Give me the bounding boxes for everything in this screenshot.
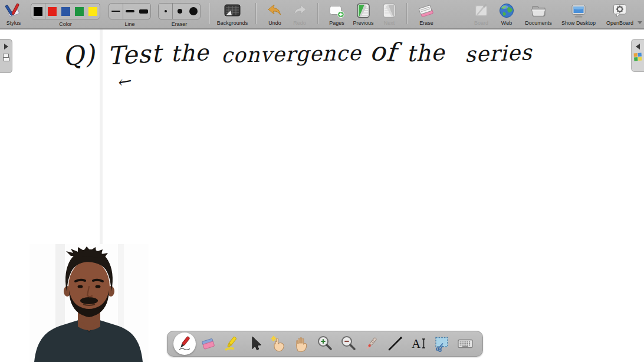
eraser-small-icon (165, 10, 167, 12)
openboard-settings-button[interactable]: OpenBoard (602, 0, 638, 28)
documents-folder-icon (530, 2, 547, 19)
eraser-small-option[interactable] (159, 4, 173, 19)
previous-label: Previous (353, 20, 373, 26)
swatch-yellow (88, 7, 97, 16)
pen-icon (176, 335, 193, 353)
swatch-blue (61, 7, 70, 16)
color-options (31, 3, 100, 19)
backgrounds-button[interactable]: Backgrounds (214, 0, 251, 28)
handwriting-word: Q) (61, 38, 96, 71)
text-tool-button[interactable]: A (408, 333, 430, 355)
handwriting-word: convergence (221, 41, 362, 67)
handwriting-arrow: ← (115, 71, 133, 93)
eraser-large-option[interactable] (186, 4, 200, 19)
virtual-keyboard-tool-button[interactable] (454, 333, 477, 355)
color-group: Color (31, 0, 100, 28)
next-page-icon (381, 2, 397, 19)
highlighter-tool-button[interactable] (220, 333, 242, 355)
stylus-pens-icon (5, 2, 22, 19)
toolbar-separator (209, 3, 209, 24)
redo-icon (291, 2, 308, 19)
toolbar-separator (255, 3, 256, 24)
web-button[interactable]: Web (495, 0, 518, 28)
svg-text:A: A (412, 337, 421, 351)
toolbar-separator (406, 3, 407, 24)
color-swatch-blue[interactable] (59, 4, 73, 19)
line-thick-option[interactable] (137, 4, 150, 19)
toolbar-separator (317, 3, 318, 24)
swatch-red (48, 7, 57, 16)
swatch-green (75, 7, 84, 16)
eraser-group: Eraser (158, 0, 201, 28)
erase-button[interactable]: Erase (414, 0, 439, 28)
toolbar-collapse-icon[interactable] (638, 21, 642, 24)
eraser-tool-button[interactable] (197, 333, 219, 355)
eraser-options (158, 3, 201, 19)
interact-tool-button[interactable] (267, 333, 290, 355)
handwriting-word: series (464, 40, 533, 67)
line-group: Line (109, 0, 151, 28)
capture-tool-button[interactable] (431, 333, 453, 355)
pages-button[interactable]: Pages (325, 0, 349, 28)
line-thin-option[interactable] (109, 4, 123, 19)
web-label: Web (501, 20, 512, 26)
board-mode-icon (473, 2, 489, 19)
zoom-in-tool-button[interactable] (314, 333, 336, 355)
line-icon (386, 335, 404, 353)
zoom-out-tool-button[interactable] (337, 333, 360, 355)
eraser-medium-option[interactable] (173, 4, 186, 19)
previous-button[interactable]: Previous (350, 0, 377, 28)
handwriting-word: of (369, 36, 397, 67)
selector-arrow-icon (246, 335, 264, 353)
scroll-page-tool-button[interactable] (290, 333, 313, 355)
redo-label: Redo (293, 20, 306, 26)
undo-icon (267, 2, 283, 19)
selector-tool-button[interactable] (244, 333, 266, 355)
eraser-label: Eraser (172, 21, 188, 27)
eraser-icon (199, 335, 217, 353)
line-options (109, 3, 151, 19)
pointing-hand-icon (270, 335, 287, 353)
color-swatch-yellow[interactable] (86, 4, 100, 19)
pages-panel-tab[interactable] (0, 39, 12, 73)
next-button[interactable]: Next (378, 0, 400, 28)
pages-icon (328, 2, 345, 19)
board-button[interactable]: Board (469, 0, 493, 28)
laser-pointer-tool-button[interactable] (360, 333, 383, 355)
handwriting-word: the (406, 40, 445, 67)
stylus-button[interactable]: Stylus (4, 0, 24, 28)
show-desktop-label: Show Desktop (561, 20, 596, 26)
keyboard-icon (456, 335, 474, 353)
stylus-tool-dock: A (167, 331, 483, 357)
handwriting-word: Test (107, 39, 162, 71)
color-swatch-green[interactable] (73, 4, 86, 19)
redo-button[interactable]: Redo (288, 0, 311, 28)
show-desktop-button[interactable]: Show Desktop (558, 0, 599, 28)
instructor-webcam-video (29, 244, 149, 362)
color-swatch-red[interactable] (45, 4, 59, 19)
eraser-medium-icon (178, 9, 182, 14)
pages-label: Pages (329, 20, 344, 26)
undo-button[interactable]: Undo (263, 0, 287, 28)
library-panel-tab[interactable] (631, 39, 644, 72)
openboard-label: OpenBoard (606, 20, 633, 26)
color-swatch-black[interactable] (31, 4, 45, 19)
open-hand-icon (293, 335, 310, 353)
line-tool-button[interactable] (384, 333, 406, 355)
board-label: Board (474, 20, 488, 26)
pen-tool-button[interactable] (173, 333, 196, 355)
library-panel-tab-icon (634, 53, 642, 61)
next-label: Next (384, 20, 395, 26)
expand-left-icon (636, 44, 640, 50)
text-icon: A (410, 335, 428, 353)
highlighter-icon (222, 335, 240, 353)
line-thin-icon (111, 11, 120, 12)
web-globe-icon (498, 2, 515, 19)
stylus-label: Stylus (6, 20, 21, 26)
documents-button[interactable]: Documents (521, 0, 556, 28)
erase-board-icon (418, 2, 435, 19)
zoom-out-icon (340, 335, 357, 353)
color-label: Color (59, 21, 72, 27)
previous-page-icon (355, 2, 372, 19)
line-medium-option[interactable] (123, 4, 137, 19)
